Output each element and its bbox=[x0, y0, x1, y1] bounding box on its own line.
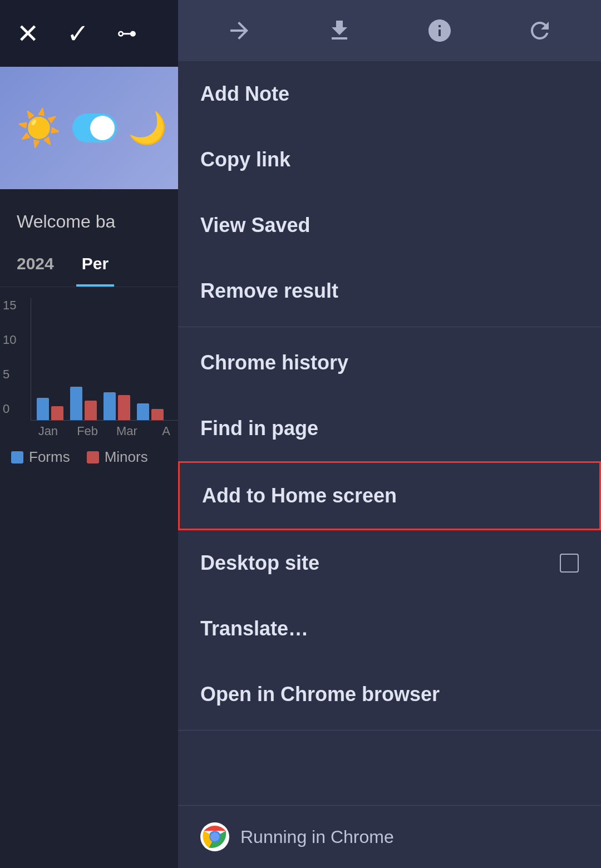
chart-bars-area bbox=[31, 298, 178, 421]
toggle-knob bbox=[90, 116, 115, 140]
chart-area: 15 10 5 0 Jan Feb bbox=[0, 287, 184, 443]
chart-x-labels: Jan Feb Mar A bbox=[36, 421, 178, 438]
y-label-0: 0 bbox=[3, 402, 16, 416]
menu-icon-bar bbox=[178, 0, 601, 61]
menu-item-translate-label: Translate… bbox=[200, 617, 308, 640]
forward-button[interactable] bbox=[220, 11, 259, 50]
svg-point-4 bbox=[210, 832, 219, 841]
theme-toggle[interactable] bbox=[72, 114, 117, 142]
menu-item-remove-result-label: Remove result bbox=[200, 279, 338, 303]
menu-item-copy-link[interactable]: Copy link bbox=[178, 127, 601, 193]
bar-feb-red bbox=[85, 401, 97, 420]
bar-group-apr bbox=[137, 403, 164, 420]
menu-item-desktop-site[interactable]: Desktop site bbox=[178, 530, 601, 596]
menu-item-add-note-label: Add Note bbox=[200, 82, 289, 106]
menu-item-open-chrome-label: Open in Chrome browser bbox=[200, 683, 440, 706]
bar-group-feb bbox=[70, 387, 97, 420]
chart-y-labels: 15 10 5 0 bbox=[3, 298, 16, 416]
settings-icon[interactable]: ⊶ bbox=[117, 22, 137, 45]
close-icon[interactable]: ✕ bbox=[17, 18, 39, 49]
menu-item-copy-link-label: Copy link bbox=[200, 148, 290, 171]
context-menu: Add Note Copy link View Saved Remove res… bbox=[178, 0, 601, 868]
divider-2 bbox=[178, 730, 601, 731]
menu-item-translate[interactable]: Translate… bbox=[178, 596, 601, 662]
menu-item-find-in-page[interactable]: Find in page bbox=[178, 396, 601, 461]
x-label-jan: Jan bbox=[36, 424, 60, 438]
menu-item-chrome-history-label: Chrome history bbox=[200, 351, 348, 374]
y-label-5: 5 bbox=[3, 367, 16, 382]
tab-2024[interactable]: 2024 bbox=[11, 243, 60, 287]
x-label-feb: Feb bbox=[76, 424, 100, 438]
chart-legend: Forms Minors bbox=[0, 443, 184, 471]
welcome-text: Welcome ba bbox=[17, 211, 115, 231]
menu-item-add-to-home[interactable]: Add to Home screen bbox=[178, 461, 601, 530]
legend-label-forms: Forms bbox=[29, 448, 70, 466]
bar-mar-red bbox=[118, 395, 130, 420]
menu-item-view-saved-label: View Saved bbox=[200, 214, 310, 237]
menu-item-view-saved[interactable]: View Saved bbox=[178, 193, 601, 258]
legend-forms: Forms bbox=[11, 448, 70, 466]
legend-dot-forms bbox=[11, 451, 23, 463]
tabs-section: 2024 Per bbox=[0, 243, 184, 287]
divider-1 bbox=[178, 327, 601, 327]
bar-group-jan bbox=[37, 398, 63, 420]
welcome-section: Welcome ba bbox=[0, 189, 184, 243]
legend-dot-minors bbox=[87, 451, 99, 463]
download-icon bbox=[326, 17, 353, 44]
menu-item-chrome-history[interactable]: Chrome history bbox=[178, 330, 601, 396]
y-label-10: 10 bbox=[3, 333, 16, 347]
app-topbar: ✕ ✓ ⊶ bbox=[0, 0, 184, 67]
x-label-apr: A bbox=[154, 424, 178, 438]
tab-per[interactable]: Per bbox=[76, 243, 114, 287]
moon-icon: 🌙 bbox=[128, 110, 167, 146]
menu-item-add-to-home-label: Add to Home screen bbox=[202, 484, 397, 507]
x-label-mar: Mar bbox=[115, 424, 139, 438]
bar-jan-red bbox=[51, 406, 63, 420]
desktop-site-checkbox[interactable] bbox=[560, 554, 579, 573]
theme-section: ☀️ 🌙 bbox=[0, 67, 184, 189]
menu-item-open-chrome[interactable]: Open in Chrome browser bbox=[178, 662, 601, 727]
bar-group-mar bbox=[104, 392, 130, 420]
chrome-logo-icon bbox=[200, 822, 229, 851]
bar-feb-blue bbox=[70, 387, 82, 420]
legend-minors: Minors bbox=[87, 448, 148, 466]
refresh-icon bbox=[526, 17, 553, 44]
download-button[interactable] bbox=[320, 11, 359, 50]
app-background: ✕ ✓ ⊶ ☀️ 🌙 Welcome ba 2024 Per 15 10 5 0 bbox=[0, 0, 184, 868]
chrome-footer: Running in Chrome bbox=[178, 805, 601, 868]
legend-label-minors: Minors bbox=[105, 448, 148, 466]
bar-jan-blue bbox=[37, 398, 49, 420]
forward-icon bbox=[226, 17, 253, 44]
y-label-15: 15 bbox=[3, 298, 16, 313]
check-icon[interactable]: ✓ bbox=[67, 18, 89, 49]
menu-item-find-in-page-label: Find in page bbox=[200, 417, 318, 440]
sun-icon: ☀️ bbox=[17, 107, 61, 149]
refresh-button[interactable] bbox=[520, 11, 559, 50]
info-button[interactable] bbox=[420, 11, 459, 50]
bar-apr-red bbox=[151, 409, 164, 420]
menu-item-desktop-site-label: Desktop site bbox=[200, 551, 319, 575]
menu-item-add-note[interactable]: Add Note bbox=[178, 61, 601, 127]
chrome-running-text: Running in Chrome bbox=[240, 827, 394, 847]
menu-item-remove-result[interactable]: Remove result bbox=[178, 258, 601, 324]
bar-apr-blue bbox=[137, 403, 149, 420]
bar-mar-blue bbox=[104, 392, 116, 420]
info-icon bbox=[426, 17, 453, 44]
